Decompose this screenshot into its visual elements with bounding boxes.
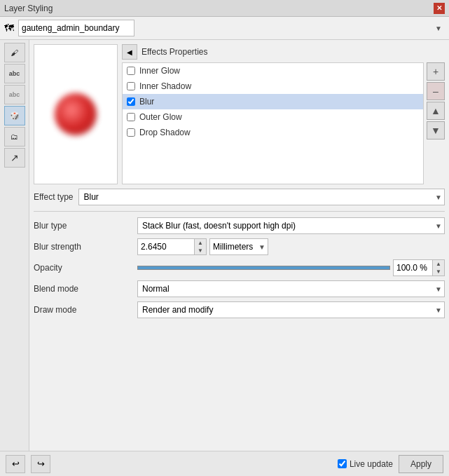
effect-type-dropdown[interactable]: Blur	[78, 189, 445, 205]
effect-checkbox-inner-shadow[interactable]	[127, 82, 135, 90]
layer-dropdown-arrow-icon: ▼	[435, 25, 442, 32]
opacity-down-button[interactable]: ▼	[433, 268, 444, 276]
preview-circle	[55, 93, 97, 135]
blur-strength-spinbuttons: ▲ ▼	[194, 239, 206, 254]
paint-icon: 🖌	[11, 48, 18, 57]
content-area: ◀ Effects Properties Inner Glow Inner	[29, 40, 449, 451]
opacity-slider-track	[137, 266, 390, 270]
sidebar-btn-cube[interactable]: 🎲	[4, 106, 25, 125]
live-update-checkbox[interactable]	[338, 459, 347, 468]
sidebar-btn-text2[interactable]: abc	[4, 85, 25, 104]
opacity-value-input[interactable]	[394, 260, 432, 276]
effect-item-drop-shadow[interactable]: Drop Shadow	[123, 125, 423, 140]
effect-item-blur[interactable]: Blur	[123, 94, 423, 109]
undo-button[interactable]: ↩	[6, 455, 25, 473]
effect-label-blur: Blur	[139, 97, 154, 107]
map-icon: 🗺	[4, 22, 14, 34]
cube-icon: 🎲	[10, 111, 20, 121]
bottom-bar: ↩ ↪ Live update Apply	[0, 451, 449, 476]
text-abc-icon: abc	[9, 70, 20, 77]
blur-unit-wrapper: Millimeters ▼	[209, 238, 268, 255]
sidebar-btn-text1[interactable]: abc	[4, 64, 25, 83]
remove-effect-button[interactable]: –	[427, 82, 445, 100]
blend-mode-control: Normal ▼	[137, 280, 445, 297]
draw-mode-wrapper: Render and modify ▼	[137, 301, 445, 318]
effect-type-wrapper: Blur ▼	[78, 189, 445, 205]
blur-type-dropdown[interactable]: Stack Blur (fast, doesn't support high d…	[137, 217, 445, 234]
effect-type-label: Effect type	[34, 192, 73, 202]
blur-strength-down-button[interactable]: ▼	[195, 247, 206, 254]
live-update-label: Live update	[350, 459, 393, 469]
effect-label-drop-shadow: Drop Shadow	[139, 128, 191, 137]
effects-properties-title: Effects Properties	[141, 47, 208, 57]
draw-mode-control: Render and modify ▼	[137, 301, 445, 318]
draw-mode-dropdown[interactable]: Render and modify	[137, 301, 445, 318]
layer-dropdown-row: 🗺 gauteng_admin_boundary ▼	[0, 17, 449, 40]
left-sidebar: 🖌 abc abc 🎲 🗂 ↗	[0, 40, 29, 451]
opacity-value-spinbox: ▲ ▼	[393, 259, 445, 276]
props-grid: Blur type Stack Blur (fast, doesn't supp…	[34, 217, 445, 318]
live-update-row: Live update	[338, 459, 393, 469]
props-section: Effect type Blur ▼ Blur type Stack Blur …	[34, 189, 445, 447]
effect-item-inner-glow[interactable]: Inner Glow	[123, 63, 423, 79]
sidebar-btn-cursor[interactable]: ↗	[4, 148, 25, 168]
draw-mode-label: Draw mode	[34, 305, 132, 315]
effect-checkbox-blur[interactable]	[127, 97, 135, 106]
move-up-button[interactable]: ▲	[427, 102, 445, 120]
sidebar-btn-paint[interactable]: 🖌	[4, 43, 25, 62]
apply-button[interactable]: Apply	[399, 455, 443, 473]
effect-item-outer-glow[interactable]: Outer Glow	[123, 109, 423, 125]
effect-checkbox-inner-glow[interactable]	[127, 67, 135, 75]
blur-type-control: Stack Blur (fast, doesn't support high d…	[137, 217, 445, 234]
effect-checkbox-outer-glow[interactable]	[127, 113, 135, 121]
top-section: ◀ Effects Properties Inner Glow Inner	[34, 44, 445, 184]
effect-label-inner-glow: Inner Glow	[139, 66, 180, 76]
opacity-slider-container	[137, 266, 390, 270]
effect-checkbox-drop-shadow[interactable]	[127, 128, 135, 137]
back-button[interactable]: ◀	[122, 44, 137, 60]
redo-icon: ↪	[37, 458, 45, 469]
redo-button[interactable]: ↪	[31, 455, 50, 473]
effects-list: Inner Glow Inner Shadow Blur	[122, 62, 424, 184]
cursor-icon: ↗	[11, 152, 19, 163]
layer-dropdown[interactable]: gauteng_admin_boundary	[18, 20, 134, 36]
effects-list-container: Inner Glow Inner Shadow Blur	[122, 62, 445, 184]
minus-icon: –	[433, 86, 438, 97]
effect-type-row: Effect type Blur ▼	[34, 189, 445, 205]
main-area: 🖌 abc abc 🎲 🗂 ↗ ◀	[0, 40, 449, 451]
move-down-button[interactable]: ▼	[427, 121, 445, 140]
blur-strength-spinbox: ▲ ▼	[137, 238, 207, 255]
down-arrow-icon: ▼	[431, 125, 441, 136]
effect-label-outer-glow: Outer Glow	[139, 112, 182, 122]
up-arrow-icon: ▲	[431, 105, 441, 116]
opacity-up-button[interactable]: ▲	[433, 260, 444, 268]
title-bar: Layer Styling ✕	[0, 0, 449, 17]
blur-type-wrapper: Stack Blur (fast, doesn't support high d…	[137, 217, 445, 234]
effect-item-inner-shadow[interactable]: Inner Shadow	[123, 79, 423, 94]
blur-strength-label: Blur strength	[34, 242, 132, 252]
opacity-spinbuttons: ▲ ▼	[432, 260, 444, 276]
add-effect-button[interactable]: +	[427, 62, 445, 81]
separator-1	[34, 211, 445, 212]
layer-dropdown-wrapper: gauteng_admin_boundary ▼	[18, 20, 445, 36]
window-title: Layer Styling	[4, 4, 53, 13]
sidebar-btn-stack[interactable]: 🗂	[4, 127, 25, 147]
effects-buttons: + – ▲ ▼	[427, 62, 445, 184]
blur-unit-dropdown[interactable]: Millimeters	[209, 238, 268, 255]
blur-strength-up-button[interactable]: ▲	[195, 239, 206, 247]
blend-mode-wrapper: Normal ▼	[137, 280, 445, 297]
text-abc2-icon: abc	[9, 91, 20, 98]
close-button[interactable]: ✕	[434, 3, 445, 14]
blur-strength-input[interactable]	[138, 239, 194, 254]
blur-strength-control: ▲ ▼ Millimeters ▼	[137, 238, 445, 255]
blend-mode-label: Blend mode	[34, 284, 132, 294]
stack-icon: 🗂	[11, 132, 18, 141]
opacity-control: ▲ ▼	[137, 259, 445, 276]
effect-label-inner-shadow: Inner Shadow	[139, 81, 191, 91]
blend-mode-dropdown[interactable]: Normal	[137, 280, 445, 297]
opacity-label: Opacity	[34, 263, 132, 273]
effects-header: ◀ Effects Properties	[122, 44, 445, 60]
undo-icon: ↩	[12, 458, 20, 469]
effects-panel: ◀ Effects Properties Inner Glow Inner	[122, 44, 445, 184]
blur-type-label: Blur type	[34, 221, 132, 231]
